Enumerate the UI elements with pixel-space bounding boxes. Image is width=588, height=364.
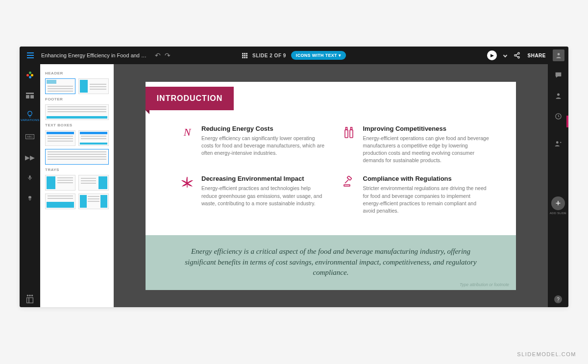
svg-line-4 [516, 54, 518, 55]
add-slide-button[interactable]: + ADD SLIDE [550, 196, 566, 215]
collapse-panel-button[interactable] [23, 297, 37, 303]
interact-button[interactable] [23, 192, 37, 205]
title-shadow-decoration [146, 110, 149, 114]
share-icon [514, 52, 520, 59]
svg-rect-7 [26, 95, 29, 98]
textbox-variation-1[interactable] [45, 130, 75, 146]
svg-rect-12 [345, 130, 348, 138]
slide[interactable]: INTRODUCTION N Reducing Energy Costs Ene… [146, 82, 516, 290]
left-tool-rail: VARIATIONS ABC ▶▶ ••• [20, 64, 40, 307]
header-variation-1[interactable] [45, 78, 75, 94]
share-button[interactable]: SHARE [527, 53, 546, 58]
gavel-icon [342, 175, 356, 215]
svg-rect-14 [350, 130, 353, 138]
letter-n-icon: N [180, 125, 195, 165]
app-body: VARIATIONS ABC ▶▶ ••• HEADER [20, 64, 568, 307]
watermark: SLIDEMODEL.COM [517, 351, 576, 357]
features-grid: N Reducing Energy Costs Energy efficienc… [180, 125, 489, 215]
tray-variation-4[interactable] [78, 194, 109, 209]
textbox-variation-3[interactable] [45, 149, 109, 165]
app-window: Enhancing Energy Efficiency in Food and … [20, 47, 568, 307]
slide-indicator[interactable]: SLIDE 2 OF 9 [252, 53, 286, 58]
plus-icon: + [551, 196, 565, 210]
feature-title[interactable]: Reducing Energy Costs [201, 125, 328, 132]
add-collaborator-button[interactable] [551, 137, 565, 150]
feature-title[interactable]: Compliance with Regulations [363, 175, 490, 182]
record-button[interactable] [23, 171, 37, 185]
undo-button[interactable]: ↶ [155, 51, 161, 59]
svg-rect-8 [30, 95, 34, 98]
help-button[interactable]: ? [554, 295, 562, 303]
feature-item[interactable]: Improving Competitiveness Energy-efficie… [342, 125, 490, 165]
summary-tray[interactable]: Energy efficiency is a critical aspect o… [146, 235, 516, 290]
present-dropdown-icon[interactable] [503, 53, 507, 57]
svg-rect-18 [344, 185, 350, 186]
svg-line-3 [516, 56, 518, 57]
svg-point-1 [514, 54, 516, 56]
undo-redo-group: ↶ ↷ [155, 51, 171, 59]
footer-variation-1[interactable] [45, 104, 109, 120]
variations-section-footer: FOOTER [45, 97, 109, 101]
feature-description[interactable]: Stricter environmental regulations are d… [363, 185, 490, 215]
main-menu-button[interactable] [24, 49, 37, 62]
feature-description[interactable]: Energy-efficient operations can give foo… [363, 135, 490, 165]
feature-title[interactable]: Improving Competitiveness [363, 125, 490, 132]
svg-point-19 [557, 93, 560, 96]
layout-button[interactable] [23, 89, 37, 102]
feature-description[interactable]: Energy efficiency can significantly lowe… [201, 135, 328, 157]
feature-item[interactable]: Compliance with Regulations Stricter env… [342, 175, 490, 215]
svg-point-0 [518, 52, 520, 54]
user-avatar[interactable] [553, 49, 564, 61]
collaborator-button[interactable] [551, 89, 565, 102]
document-title[interactable]: Enhancing Energy Efficiency in Food and … [41, 52, 149, 58]
variations-button[interactable]: VARIATIONS [23, 109, 37, 123]
layout-selector[interactable]: ICONS WITH TEXT ▾ [291, 51, 346, 60]
slide-canvas-area[interactable]: INTRODUCTION N Reducing Energy Costs Ene… [114, 64, 548, 307]
svg-point-2 [518, 56, 520, 58]
feature-item[interactable]: Decreasing Environmental Impact Energy-e… [180, 175, 328, 215]
variations-section-textboxes: TEXT BOXES [45, 123, 109, 127]
textbox-variation-2[interactable] [78, 130, 109, 146]
slide-title[interactable]: INTRODUCTION [146, 87, 234, 110]
svg-rect-16 [347, 176, 351, 180]
tray-variation-1[interactable] [45, 175, 75, 191]
history-button[interactable] [551, 109, 565, 123]
summary-text[interactable]: Energy efficiency is a critical aspect o… [185, 246, 477, 278]
svg-rect-15 [350, 127, 352, 130]
top-right-controls: ▶ SHARE [487, 49, 564, 61]
text-tool-button[interactable]: ABC [23, 130, 37, 144]
svg-point-21 [556, 141, 559, 144]
tray-variation-3[interactable] [45, 194, 75, 209]
svg-line-17 [345, 180, 348, 183]
feature-item[interactable]: N Reducing Energy Costs Energy efficienc… [180, 125, 328, 165]
redo-button[interactable]: ↷ [165, 51, 171, 59]
abc-icon: ABC [25, 134, 34, 139]
top-bar: Enhancing Energy Efficiency in Food and … [20, 47, 568, 64]
feature-title[interactable]: Decreasing Environmental Impact [201, 175, 328, 182]
svg-rect-13 [345, 127, 347, 130]
variations-panel: HEADER FOOTER TEXT BOXES [40, 64, 114, 307]
comments-button[interactable] [551, 68, 565, 82]
svg-rect-6 [26, 93, 34, 94]
variations-section-trays: TRAYS [45, 168, 109, 172]
add-slide-label: ADD SLIDE [550, 212, 566, 215]
footnote-placeholder[interactable]: Type attribution or footnote [460, 282, 509, 287]
header-variation-2[interactable] [78, 78, 109, 94]
center-controls: SLIDE 2 OF 9 ICONS WITH TEXT ▾ [242, 51, 346, 60]
feature-description[interactable]: Energy-efficient practices and technolog… [201, 185, 328, 207]
svg-rect-10 [27, 298, 33, 303]
bottles-icon [342, 125, 356, 165]
cannabis-leaf-icon [180, 175, 195, 215]
themes-button[interactable] [23, 68, 37, 82]
svg-point-5 [558, 53, 560, 55]
variations-label: VARIATIONS [21, 119, 39, 121]
animate-button[interactable]: ▶▶ [23, 150, 37, 164]
slide-grid-icon[interactable] [242, 53, 247, 58]
variations-section-header: HEADER [45, 71, 109, 75]
slide-marker [566, 116, 568, 127]
present-button[interactable]: ▶ [487, 50, 497, 60]
tray-variation-2[interactable] [78, 175, 109, 191]
svg-rect-9 [29, 175, 31, 178]
right-rail: + ADD SLIDE ? [548, 64, 568, 307]
